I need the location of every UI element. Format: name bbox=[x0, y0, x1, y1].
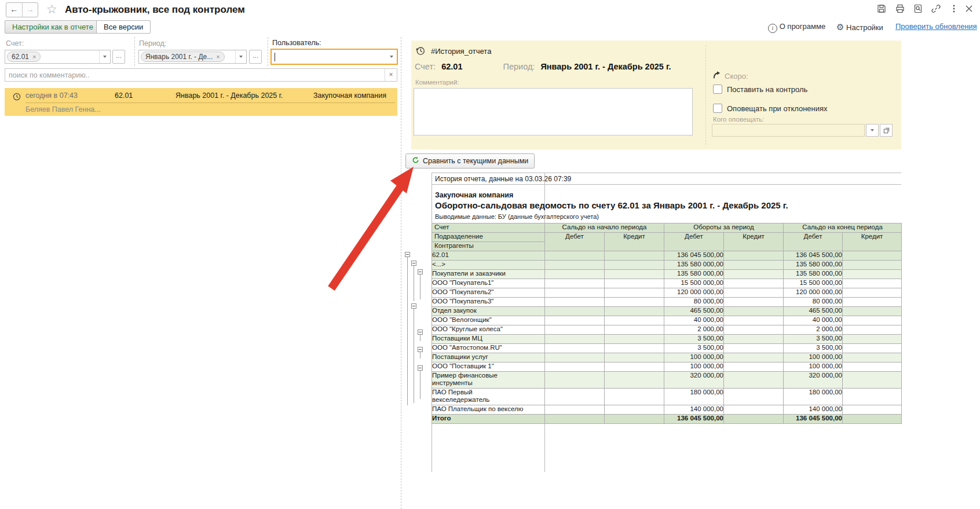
table-row[interactable]: ООО "Круглые колеса"2 000,002 000,00 bbox=[432, 325, 902, 335]
table-row[interactable]: ООО "Велогонщик"40 000,0040 000,00 bbox=[432, 316, 902, 325]
table-row[interactable]: Поставщики услуг100 000,00100 000,00 bbox=[432, 353, 902, 362]
col-header-debit[interactable]: Дебет bbox=[545, 233, 605, 251]
history-list-item[interactable]: сегодня в 07:43 62.01 Январь 2001 г. - Д… bbox=[5, 88, 397, 116]
report-title[interactable]: Оборотно-сальдовая ведомость по счету 62… bbox=[435, 200, 788, 210]
account-filter-input[interactable]: 62.01× bbox=[5, 50, 111, 64]
history-item-account: 62.01 bbox=[115, 91, 133, 100]
report-data-note[interactable]: Выводимые данные: БУ (данные бухгалтерск… bbox=[435, 213, 599, 220]
account-more-button[interactable]: ... bbox=[112, 50, 125, 64]
collapse-toggle[interactable] bbox=[418, 329, 423, 335]
notify-checkbox-label[interactable]: Оповещать при отклонениях bbox=[727, 104, 828, 113]
soon-arrow-icon bbox=[712, 71, 721, 82]
tree-line bbox=[420, 352, 420, 358]
row-divider bbox=[25, 102, 395, 103]
chevron-down-icon bbox=[239, 56, 243, 58]
period-filter-input[interactable]: Январь 2001 г. - Де...× bbox=[138, 50, 247, 64]
col-header-department[interactable]: Подразделение bbox=[432, 233, 545, 242]
clear-search-icon[interactable]: × bbox=[385, 69, 397, 81]
table-total-row[interactable]: Итого136 045 500,00136 045 500,00 bbox=[432, 415, 902, 424]
detail-account-value: 62.01 bbox=[441, 62, 462, 71]
col-header-account[interactable]: Счет bbox=[432, 224, 545, 233]
table-row[interactable]: Поставщики МЦ3 500,003 500,00 bbox=[432, 335, 902, 344]
tab-all-versions[interactable]: Все версии bbox=[96, 20, 151, 34]
detail-period-label: Период: bbox=[503, 62, 535, 71]
col-header-credit[interactable]: Кредит bbox=[605, 233, 664, 251]
comment-search: × bbox=[5, 68, 397, 82]
collapse-toggle[interactable] bbox=[418, 365, 423, 371]
red-annotation-arrow bbox=[313, 151, 429, 295]
favorite-star-icon[interactable]: ☆ bbox=[46, 2, 57, 16]
account-dropdown-button[interactable] bbox=[99, 50, 110, 63]
table-row[interactable]: 62.01136 045 500,00136 045 500,00 bbox=[432, 251, 902, 261]
remove-tag-icon[interactable]: × bbox=[32, 53, 36, 60]
preview-icon[interactable] bbox=[913, 3, 923, 14]
table-row[interactable]: ООО "Покупатель1"15 500 000,0015 500 000… bbox=[432, 279, 902, 288]
history-item-time: сегодня в 07:43 bbox=[25, 91, 78, 100]
tree-line bbox=[414, 309, 414, 403]
table-row[interactable]: Покупатели и заказчики135 580 000,00135 … bbox=[432, 270, 902, 279]
close-icon[interactable] bbox=[964, 3, 974, 14]
link-icon[interactable] bbox=[931, 3, 941, 14]
account-filter-tag[interactable]: 62.01× bbox=[7, 52, 41, 62]
comment-label: Комментарий: bbox=[415, 79, 459, 86]
table-row[interactable]: ООО "Поставщик 1"100 000,00100 000,00 bbox=[432, 362, 902, 372]
report-details-panel: #История_отчета Счет: 62.01 Период: Янва… bbox=[411, 41, 901, 149]
check-updates-link[interactable]: Проверить обновления bbox=[895, 22, 977, 31]
control-checkbox[interactable] bbox=[713, 85, 722, 94]
tab-settings-as-report[interactable]: Настройки как в отчете bbox=[5, 20, 101, 34]
info-icon: i bbox=[768, 24, 777, 33]
report-grid-line bbox=[432, 184, 901, 185]
table-row[interactable]: ПАО Плательщик по векселю140 000,00140 0… bbox=[432, 405, 902, 415]
col-header-start-balance[interactable]: Сальдо на начало периода bbox=[545, 224, 664, 233]
period-dropdown-button[interactable] bbox=[235, 50, 246, 63]
report-grid-line bbox=[432, 173, 901, 173]
report-company[interactable]: Закупочная компания bbox=[435, 191, 513, 199]
about-button[interactable]: i О программе bbox=[768, 22, 825, 33]
save-icon[interactable] bbox=[876, 3, 887, 14]
user-dropdown-button[interactable] bbox=[386, 50, 397, 64]
table-row[interactable]: ООО "Покупатель3"80 000,0080 000,00 bbox=[432, 298, 902, 307]
detail-account-label: Счет: bbox=[415, 62, 436, 71]
col-header-credit[interactable]: Кредит bbox=[724, 233, 784, 251]
detail-period-value: Январь 2001 г. - Декабрь 2025 г. bbox=[540, 62, 671, 71]
col-header-credit[interactable]: Кредит bbox=[843, 233, 902, 251]
remove-tag-icon[interactable]: × bbox=[216, 53, 220, 60]
back-button[interactable]: ← bbox=[6, 3, 22, 17]
account-filter-label: Счет: bbox=[6, 39, 24, 47]
report-info-line[interactable]: История отчета, данные на 03.03.26 07:39 bbox=[435, 175, 571, 183]
col-header-debit[interactable]: Дебет bbox=[664, 233, 724, 251]
period-filter-tag[interactable]: Январь 2001 г. - Де...× bbox=[141, 52, 225, 62]
comment-search-input[interactable] bbox=[5, 71, 385, 79]
notify-dropdown-button[interactable] bbox=[866, 124, 879, 137]
col-header-debit[interactable]: Дебет bbox=[784, 233, 843, 251]
table-row[interactable]: ПАО Первый векселедержатель180 000,00180… bbox=[432, 389, 902, 405]
table-row[interactable]: Пример финансовые инструменты320 000,003… bbox=[432, 372, 902, 389]
text-cursor bbox=[275, 53, 275, 61]
history-item-period: Январь 2001 г. - Декабрь 2025 г. bbox=[175, 91, 283, 100]
filter-divider bbox=[134, 37, 135, 66]
table-row[interactable]: ООО "Автостопом.RU"3 500,003 500,00 bbox=[432, 344, 902, 353]
forward-button[interactable]: → bbox=[22, 3, 38, 17]
history-item-company: Закупочная компания bbox=[313, 91, 386, 100]
settings-button[interactable]: ⚙ Настройки bbox=[836, 22, 883, 32]
print-icon[interactable] bbox=[895, 3, 905, 14]
col-header-turnover[interactable]: Обороты за период bbox=[664, 224, 784, 233]
chevron-down-icon bbox=[390, 56, 393, 58]
history-icon bbox=[415, 45, 426, 58]
comment-textarea[interactable] bbox=[414, 88, 693, 136]
more-icon[interactable] bbox=[949, 3, 959, 14]
collapse-toggle[interactable] bbox=[411, 303, 416, 309]
table-row[interactable]: Отдел закупок465 500,00465 500,00 bbox=[432, 307, 902, 316]
notify-field[interactable] bbox=[712, 124, 865, 137]
collapse-toggle[interactable] bbox=[418, 347, 423, 352]
notify-open-button[interactable] bbox=[880, 124, 893, 137]
col-header-contractors[interactable]: Контрагенты bbox=[432, 242, 545, 251]
table-row[interactable]: ООО "Покупатель2"120 000 000,00120 000 0… bbox=[432, 288, 902, 298]
table-row[interactable]: <...>135 580 000,00135 580 000,00 bbox=[432, 261, 902, 270]
notify-checkbox[interactable] bbox=[713, 104, 722, 113]
period-more-button[interactable]: ... bbox=[249, 50, 262, 64]
col-header-end-balance[interactable]: Сальдо на конец периода bbox=[784, 224, 902, 233]
panel-divider bbox=[705, 45, 706, 145]
control-checkbox-label[interactable]: Поставить на контроль bbox=[727, 85, 807, 94]
user-filter-input[interactable] bbox=[270, 49, 398, 65]
